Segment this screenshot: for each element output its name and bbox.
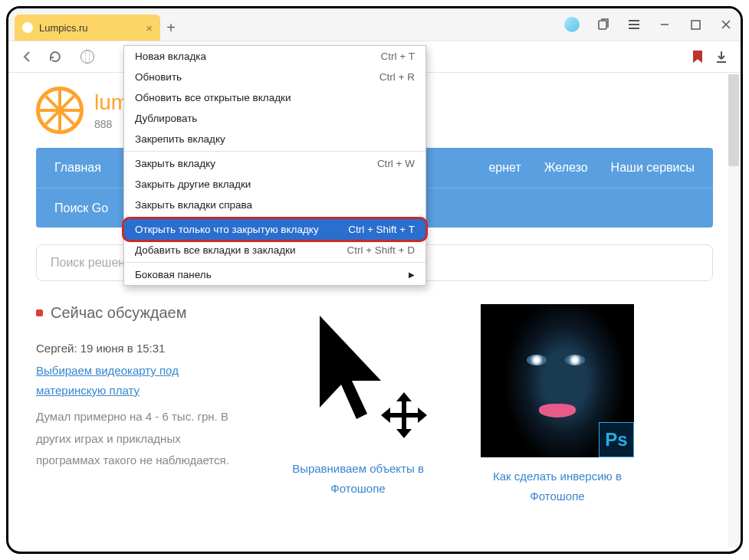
nav-main[interactable]: Главная	[54, 161, 101, 175]
discuss-title: Сейчас обсуждаем	[36, 304, 243, 322]
svg-rect-1	[692, 21, 700, 29]
menu-close-right[interactable]: Закрыть вкладки справа	[124, 195, 425, 215]
discuss-link[interactable]: Выбираем видеокарту под материнскую плат…	[36, 364, 179, 397]
menu-close-others[interactable]: Закрыть другие вкладки	[124, 174, 425, 195]
globe-icon	[80, 50, 94, 64]
window-controls	[564, 8, 733, 41]
article-tile[interactable]: Выравниваем объекты в Фотошопе	[274, 304, 442, 498]
live-dot-icon	[36, 309, 43, 316]
menu-duplicate[interactable]: Дублировать	[124, 108, 425, 129]
discuss-widget: Сейчас обсуждаем Сергей: 19 июня в 15:31…	[36, 304, 243, 472]
menu-separator	[124, 262, 425, 263]
tile-image-cursor	[278, 304, 439, 450]
menu-close-tab[interactable]: Закрыть вкладкуCtrl + W	[124, 153, 425, 174]
menu-separator	[124, 151, 425, 152]
scrollbar-thumb[interactable]	[728, 74, 739, 166]
menu-icon[interactable]	[627, 18, 641, 31]
submenu-arrow-icon: ▶	[409, 270, 415, 279]
menu-pin-tab[interactable]: Закрепить вкладку	[124, 129, 425, 149]
site-logo[interactable]	[36, 87, 84, 134]
weather-icon[interactable]	[564, 17, 580, 32]
tab-bar: Lumpics.ru × +	[8, 8, 741, 41]
menu-new-tab[interactable]: Новая вкладкаCtrl + T	[124, 46, 425, 67]
minimize-icon[interactable]	[658, 18, 672, 31]
back-button[interactable]	[19, 48, 36, 65]
maximize-icon[interactable]	[688, 18, 702, 31]
bookmark-icon[interactable]	[693, 51, 702, 63]
scrollbar[interactable]	[728, 74, 739, 547]
nav-services[interactable]: Наши сервисы	[611, 161, 695, 175]
discuss-meta: Сергей: 19 июня в 15:31	[36, 342, 243, 355]
reload-button[interactable]	[47, 48, 64, 65]
menu-separator	[124, 217, 425, 218]
collections-icon[interactable]	[596, 18, 610, 31]
close-tab-icon[interactable]: ×	[146, 21, 153, 34]
browser-tab[interactable]: Lumpics.ru ×	[15, 15, 160, 41]
nav-hardware[interactable]: Железо	[544, 161, 588, 175]
menu-reload-all[interactable]: Обновить все открытые вкладки	[124, 87, 425, 108]
new-tab-button[interactable]: +	[160, 15, 182, 41]
menu-side-panel[interactable]: Боковая панель▶	[124, 264, 425, 285]
menu-reopen-closed-tab[interactable]: Открыть только что закрытую вкладкуCtrl …	[124, 219, 425, 240]
downloads-button[interactable]	[713, 48, 730, 65]
tab-title: Lumpics.ru	[39, 22, 88, 34]
svg-rect-0	[599, 21, 606, 29]
article-tile[interactable]: Ps Как сделать инверсию в Фотошопе	[473, 304, 642, 506]
nav-internet[interactable]: ернет	[488, 161, 521, 175]
close-window-icon[interactable]	[719, 18, 733, 31]
menu-reload[interactable]: ОбновитьCtrl + R	[124, 67, 425, 87]
tab-context-menu: Новая вкладкаCtrl + T ОбновитьCtrl + R О…	[123, 45, 426, 286]
tile-title[interactable]: Как сделать инверсию в Фотошопе	[473, 467, 642, 506]
menu-bookmark-all[interactable]: Добавить все вкладки в закладкиCtrl + Sh…	[124, 240, 425, 260]
tile-title[interactable]: Выравниваем объекты в Фотошопе	[274, 459, 442, 498]
tab-favicon	[22, 22, 33, 33]
tile-image-face: Ps	[481, 304, 634, 457]
nav-search-google[interactable]: Поиск Go	[54, 201, 108, 215]
discuss-text: Думал примерно на 4 - 6 тыс. грн. В друг…	[36, 406, 243, 472]
photoshop-badge-icon: Ps	[599, 422, 634, 457]
